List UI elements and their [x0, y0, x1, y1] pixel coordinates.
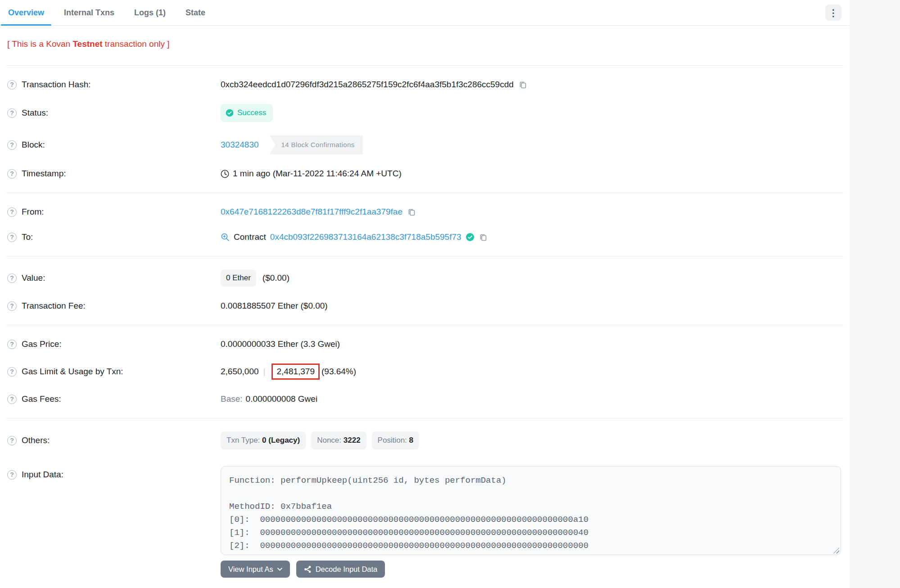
transaction-hash-label: Transaction Hash: — [22, 79, 90, 90]
question-circle-icon[interactable]: ? — [7, 233, 17, 242]
question-circle-icon[interactable]: ? — [7, 108, 17, 118]
copy-from-address-button[interactable] — [407, 207, 416, 217]
from-label: From: — [22, 206, 44, 218]
tab-bar: Overview Internal Txns Logs (1) State ⋮ — [0, 0, 850, 26]
value-label: Value: — [22, 272, 45, 284]
txn-type-value: 0 (Legacy) — [262, 436, 300, 444]
input-data-label: Input Data: — [22, 469, 63, 480]
testnet-notice: [ This is a Kovan Testnet transaction on… — [0, 26, 850, 62]
row-others: ? Others: Txn Type: 0 (Legacy) Nonce: 32… — [0, 425, 850, 456]
check-circle-icon — [226, 109, 234, 117]
ether-value-badge: 0 Ether — [221, 269, 256, 287]
block-number-link[interactable]: 30324830 — [221, 139, 259, 151]
section-divider — [6, 418, 843, 418]
kebab-vertical-icon: ⋮ — [829, 8, 838, 18]
row-value: ? Value: 0 Ether ($0.00) — [0, 263, 850, 293]
row-gas-limit-usage: ? Gas Limit & Usage by Txn: 2,650,000 | … — [0, 357, 850, 386]
question-circle-icon[interactable]: ? — [7, 436, 17, 445]
copy-icon — [407, 207, 416, 217]
gas-price-label: Gas Price: — [22, 338, 62, 350]
question-circle-icon[interactable]: ? — [7, 80, 17, 90]
status-badge: Success — [221, 104, 273, 122]
to-type-text: Contract — [234, 231, 266, 243]
timestamp-value: 1 min ago (Mar-11-2022 11:46:24 AM +UTC) — [233, 168, 402, 180]
section-others-input: ? Others: Txn Type: 0 (Legacy) Nonce: 32… — [0, 422, 850, 587]
chevron-down-icon — [277, 568, 282, 571]
question-circle-icon[interactable]: ? — [7, 207, 17, 217]
txn-type-label: Txn Type: — [226, 436, 260, 444]
question-circle-icon[interactable]: ? — [7, 470, 17, 480]
more-options-button[interactable]: ⋮ — [825, 4, 841, 21]
row-block: ? Block: 30324830 14 Block Confirmations — [0, 129, 850, 161]
verified-check-circle-icon — [466, 233, 475, 242]
copy-icon — [479, 233, 488, 242]
to-address-link[interactable]: 0x4cb093f226983713164a62138c3f718a5b595f… — [270, 231, 461, 243]
others-label: Others: — [22, 435, 50, 446]
gas-separator: | — [263, 366, 266, 377]
section-divider — [6, 65, 843, 66]
input-data-content: Function: performUpkeep(uint256 id, byte… — [221, 467, 841, 555]
question-circle-icon[interactable]: ? — [7, 340, 17, 349]
row-transaction-hash: ? Transaction Hash: 0xcb324eedcd1d07296f… — [0, 72, 850, 97]
gas-base-label: Base: — [221, 393, 243, 405]
input-data-textarea[interactable]: Function: performUpkeep(uint256 id, byte… — [221, 466, 841, 555]
status-label: Status: — [22, 107, 48, 119]
row-status: ? Status: Success — [0, 97, 850, 129]
decode-button-label: Decode Input Data — [316, 565, 378, 574]
copy-hash-button[interactable] — [518, 80, 528, 90]
notice-suffix: transaction only ] — [103, 39, 170, 49]
section-addresses: ? From: 0x647e7168122263d8e7f81f17fff9c2… — [0, 197, 850, 252]
notice-prefix: [ This is a Kovan — [7, 39, 72, 49]
input-data-actions: View Input As Decode Input Data — [221, 561, 841, 578]
section-gas: ? Gas Price: 0.0000000033 Ether (3.3 Gwe… — [0, 329, 850, 414]
block-label: Block: — [22, 139, 45, 151]
tab-logs[interactable]: Logs (1) — [127, 0, 173, 25]
decode-input-data-button[interactable]: Decode Input Data — [296, 561, 385, 578]
section-value: ? Value: 0 Ether ($0.00) ? Transaction F… — [0, 260, 850, 321]
tab-internal-txns[interactable]: Internal Txns — [57, 0, 122, 25]
share-nodes-icon — [304, 566, 312, 573]
tab-state[interactable]: State — [178, 0, 213, 25]
magnifier-plus-icon — [221, 233, 230, 242]
timestamp-label: Timestamp: — [22, 168, 66, 180]
status-text: Success — [237, 107, 266, 119]
nonce-label: Nonce: — [317, 436, 341, 444]
tab-overview[interactable]: Overview — [1, 0, 51, 25]
view-input-as-button[interactable]: View Input As — [221, 561, 290, 578]
question-circle-icon[interactable]: ? — [7, 301, 17, 311]
section-overview-top: ? Transaction Hash: 0xcb324eedcd1d07296f… — [0, 69, 850, 189]
question-circle-icon[interactable]: ? — [7, 274, 17, 283]
gas-limit-label: Gas Limit & Usage by Txn: — [22, 366, 123, 377]
transaction-fee-value: 0.0081885507 Ether ($0.00) — [221, 300, 328, 312]
gas-price-value: 0.0000000033 Ether (3.3 Gwei) — [221, 338, 340, 350]
from-address-link[interactable]: 0x647e7168122263d8e7f81f17fff9c2f1aa379f… — [221, 206, 403, 218]
view-input-as-label: View Input As — [228, 565, 273, 574]
row-to: ? To: Contract 0x4cb093f226983713164a621… — [0, 224, 850, 250]
gas-base-value: 0.000000008 Gwei — [246, 393, 318, 405]
notice-bold: Testnet — [72, 39, 102, 49]
gas-used-percent: (93.64%) — [321, 366, 356, 377]
gas-fees-label: Gas Fees: — [22, 393, 61, 405]
position-badge: Position: 8 — [372, 431, 419, 449]
row-gas-fees: ? Gas Fees: Base: 0.000000008 Gwei — [0, 386, 850, 412]
section-divider — [6, 256, 843, 256]
row-transaction-fee: ? Transaction Fee: 0.0081885507 Ether ($… — [0, 293, 850, 319]
row-input-data: ? Input Data: Function: performUpkeep(ui… — [0, 456, 850, 584]
position-label: Position: — [378, 436, 407, 444]
gas-used-value: 2,481,379 — [276, 367, 315, 376]
row-timestamp: ? Timestamp: 1 min ago (Mar-11-2022 11:4… — [0, 161, 850, 186]
gas-used-highlight-box: 2,481,379 — [271, 364, 320, 380]
question-circle-icon[interactable]: ? — [7, 169, 17, 179]
gas-limit-value: 2,650,000 — [221, 366, 259, 377]
transaction-hash-value: 0xcb324eedcd1d07296fdf3d215a2865275f159c… — [221, 79, 514, 90]
clock-icon — [221, 170, 229, 178]
question-circle-icon[interactable]: ? — [7, 367, 17, 377]
to-label: To: — [22, 231, 33, 243]
section-divider — [6, 193, 843, 193]
question-circle-icon[interactable]: ? — [7, 395, 17, 404]
copy-to-address-button[interactable] — [479, 233, 488, 242]
section-divider — [6, 325, 843, 325]
txn-type-badge: Txn Type: 0 (Legacy) — [221, 431, 306, 449]
question-circle-icon[interactable]: ? — [7, 140, 17, 150]
transaction-fee-label: Transaction Fee: — [22, 300, 86, 312]
